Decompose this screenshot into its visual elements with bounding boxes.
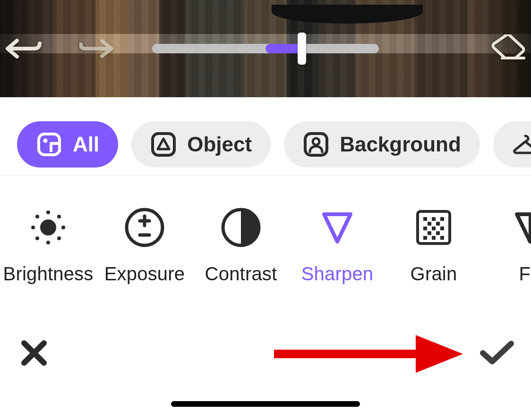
svg-point-5 bbox=[40, 219, 56, 235]
svg-point-4 bbox=[313, 138, 319, 145]
tool-label: Sharpen bbox=[301, 263, 374, 285]
tool-contrast[interactable]: Contrast bbox=[193, 207, 289, 285]
svg-point-7 bbox=[46, 241, 50, 244]
adjust-tool-row: Brightness Exposure Contrast Sharpen bbox=[0, 176, 531, 312]
redo-icon bbox=[79, 37, 114, 60]
svg-point-12 bbox=[35, 236, 39, 240]
svg-rect-29 bbox=[440, 236, 444, 240]
svg-rect-19 bbox=[440, 217, 444, 221]
svg-rect-2 bbox=[153, 134, 174, 155]
triangle-icon bbox=[150, 131, 177, 158]
svg-rect-17 bbox=[423, 217, 427, 221]
tool-label: Exposure bbox=[104, 263, 185, 285]
redo-button[interactable] bbox=[71, 23, 123, 75]
annotation-arrow bbox=[274, 331, 463, 377]
image-preview bbox=[0, 0, 531, 97]
target-chip-row: All Object Background Cl bbox=[0, 97, 531, 176]
cancel-button[interactable] bbox=[15, 334, 53, 372]
chip-object[interactable]: Object bbox=[131, 121, 271, 168]
adjust-slider[interactable] bbox=[152, 44, 379, 53]
svg-point-11 bbox=[57, 215, 61, 218]
close-icon bbox=[20, 339, 48, 367]
svg-rect-28 bbox=[432, 236, 436, 240]
svg-rect-27 bbox=[423, 236, 427, 240]
chip-label: All bbox=[73, 133, 99, 156]
erase-icon bbox=[489, 34, 527, 63]
grain-icon bbox=[413, 207, 454, 248]
sharpen-icon bbox=[317, 207, 358, 248]
contrast-icon bbox=[220, 207, 262, 248]
svg-rect-22 bbox=[423, 227, 427, 230]
fine-icon bbox=[509, 207, 531, 248]
tool-label: Grain bbox=[411, 263, 457, 285]
chip-all[interactable]: All bbox=[17, 121, 118, 168]
slider-fill bbox=[266, 44, 302, 53]
tool-fine[interactable]: Fir bbox=[482, 207, 531, 285]
svg-rect-24 bbox=[440, 227, 444, 230]
person-icon bbox=[303, 131, 329, 158]
tool-grain[interactable]: Grain bbox=[385, 207, 482, 285]
svg-rect-23 bbox=[432, 227, 436, 230]
exposure-icon bbox=[124, 207, 165, 248]
svg-rect-25 bbox=[428, 231, 431, 235]
svg-point-1 bbox=[43, 138, 48, 143]
svg-point-10 bbox=[35, 215, 39, 218]
tool-label: Brightness bbox=[3, 263, 94, 285]
confirm-button[interactable] bbox=[478, 334, 516, 372]
chip-label: Background bbox=[340, 133, 461, 156]
tool-label: Contrast bbox=[205, 263, 277, 285]
svg-point-6 bbox=[46, 210, 50, 214]
bottom-bar bbox=[0, 312, 531, 420]
home-indicator bbox=[171, 401, 360, 407]
undo-button[interactable] bbox=[0, 23, 49, 75]
erase-button[interactable] bbox=[482, 23, 531, 75]
chip-label: Object bbox=[187, 133, 252, 156]
tool-brightness[interactable]: Brightness bbox=[0, 207, 96, 285]
tool-sharpen[interactable]: Sharpen bbox=[289, 207, 385, 285]
svg-marker-31 bbox=[416, 335, 463, 373]
tool-exposure[interactable]: Exposure bbox=[96, 207, 193, 285]
svg-point-9 bbox=[61, 226, 65, 229]
svg-rect-21 bbox=[436, 222, 440, 226]
hanger-icon bbox=[512, 131, 531, 158]
tool-label: Fir bbox=[519, 263, 531, 285]
svg-rect-18 bbox=[432, 217, 436, 221]
slider-handle[interactable] bbox=[298, 33, 306, 65]
chip-clothes[interactable]: Cl bbox=[493, 121, 531, 168]
svg-point-8 bbox=[31, 226, 35, 229]
chip-background[interactable]: Background bbox=[284, 121, 480, 168]
check-icon bbox=[480, 340, 514, 366]
svg-rect-26 bbox=[436, 231, 440, 235]
svg-rect-20 bbox=[428, 222, 431, 226]
svg-point-13 bbox=[57, 236, 61, 240]
undo-icon bbox=[5, 37, 42, 60]
brightness-icon bbox=[27, 207, 69, 248]
layers-icon bbox=[36, 131, 62, 158]
